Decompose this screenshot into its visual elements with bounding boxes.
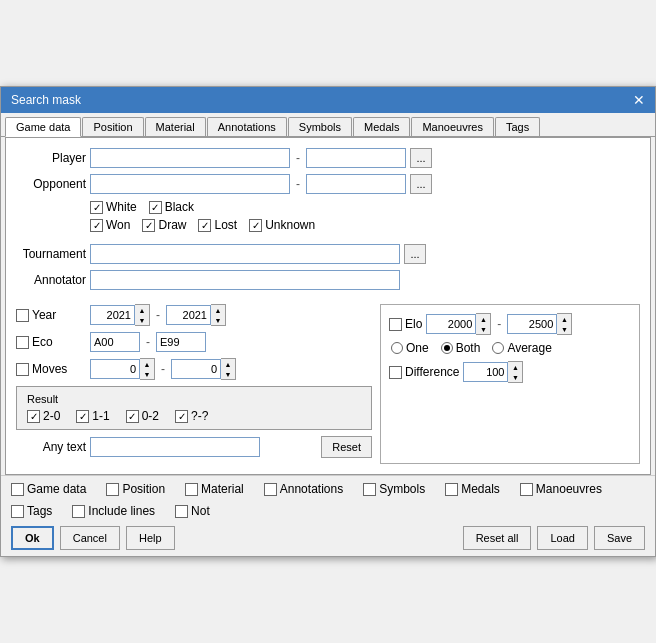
won-checkbox[interactable] <box>90 219 103 232</box>
white-checkbox-item[interactable]: White <box>90 200 137 214</box>
won-checkbox-item[interactable]: Won <box>90 218 130 232</box>
both-radio[interactable] <box>441 342 453 354</box>
black-checkbox-item[interactable]: Black <box>149 200 194 214</box>
elo-checkbox[interactable] <box>389 318 402 331</box>
moves-checkbox[interactable] <box>16 363 29 376</box>
elo-checkbox-item[interactable]: Elo <box>389 317 422 331</box>
tab-position[interactable]: Position <box>82 117 143 136</box>
moves-to-down-button[interactable]: ▼ <box>221 369 235 379</box>
year-from-down-button[interactable]: ▼ <box>135 315 149 325</box>
year-to-input[interactable] <box>166 305 211 325</box>
footer-annotations-item[interactable]: Annotations <box>264 482 343 496</box>
moves-to-input[interactable] <box>171 359 221 379</box>
difference-checkbox-item[interactable]: Difference <box>389 365 459 379</box>
eco-checkbox[interactable] <box>16 336 29 349</box>
player-dots-button[interactable]: ... <box>410 148 432 168</box>
any-text-input[interactable] <box>90 437 260 457</box>
footer-annotations-checkbox[interactable] <box>264 483 277 496</box>
difference-up-button[interactable]: ▲ <box>508 362 522 372</box>
tab-material[interactable]: Material <box>145 117 206 136</box>
result-0-2-checkbox[interactable] <box>126 410 139 423</box>
load-button[interactable]: Load <box>537 526 587 550</box>
footer-position-checkbox[interactable] <box>106 483 119 496</box>
year-checkbox-item[interactable]: Year <box>16 308 86 322</box>
footer-include-lines-item[interactable]: Include lines <box>72 504 155 518</box>
footer-material-checkbox[interactable] <box>185 483 198 496</box>
moves-from-down-button[interactable]: ▼ <box>140 369 154 379</box>
footer-not-checkbox[interactable] <box>175 505 188 518</box>
draw-checkbox[interactable] <box>142 219 155 232</box>
tab-annotations[interactable]: Annotations <box>207 117 287 136</box>
result-2-0-checkbox[interactable] <box>27 410 40 423</box>
result-1-1-item[interactable]: 1-1 <box>76 409 109 423</box>
elo-to-input[interactable] <box>507 314 557 334</box>
ok-button[interactable]: Ok <box>11 526 54 550</box>
year-from-input[interactable] <box>90 305 135 325</box>
elo-to-up-button[interactable]: ▲ <box>557 314 571 324</box>
average-radio-item[interactable]: Average <box>492 341 551 355</box>
average-radio[interactable] <box>492 342 504 354</box>
result-q-checkbox[interactable] <box>175 410 188 423</box>
footer-symbols-item[interactable]: Symbols <box>363 482 425 496</box>
tournament-input[interactable] <box>90 244 400 264</box>
year-checkbox[interactable] <box>16 309 29 322</box>
year-from-up-button[interactable]: ▲ <box>135 305 149 315</box>
cancel-button[interactable]: Cancel <box>60 526 120 550</box>
opponent-input-right[interactable] <box>306 174 406 194</box>
eco-checkbox-item[interactable]: Eco <box>16 335 86 349</box>
one-radio[interactable] <box>391 342 403 354</box>
result-0-2-item[interactable]: 0-2 <box>126 409 159 423</box>
result-q-item[interactable]: ?-? <box>175 409 208 423</box>
white-checkbox[interactable] <box>90 201 103 214</box>
both-radio-item[interactable]: Both <box>441 341 481 355</box>
reset-button[interactable]: Reset <box>321 436 372 458</box>
unknown-checkbox[interactable] <box>249 219 262 232</box>
footer-game-data-item[interactable]: Game data <box>11 482 86 496</box>
footer-symbols-checkbox[interactable] <box>363 483 376 496</box>
close-button[interactable]: ✕ <box>633 93 645 107</box>
moves-from-up-button[interactable]: ▲ <box>140 359 154 369</box>
tab-tags[interactable]: Tags <box>495 117 540 136</box>
footer-not-item[interactable]: Not <box>175 504 210 518</box>
unknown-checkbox-item[interactable]: Unknown <box>249 218 315 232</box>
opponent-input-left[interactable] <box>90 174 290 194</box>
footer-tags-item[interactable]: Tags <box>11 504 52 518</box>
difference-input[interactable] <box>463 362 508 382</box>
tab-game-data[interactable]: Game data <box>5 117 81 137</box>
footer-medals-checkbox[interactable] <box>445 483 458 496</box>
elo-to-down-button[interactable]: ▼ <box>557 324 571 334</box>
tournament-dots-button[interactable]: ... <box>404 244 426 264</box>
lost-checkbox[interactable] <box>198 219 211 232</box>
year-to-down-button[interactable]: ▼ <box>211 315 225 325</box>
footer-include-lines-checkbox[interactable] <box>72 505 85 518</box>
footer-game-data-checkbox[interactable] <box>11 483 24 496</box>
annotator-input[interactable] <box>90 270 400 290</box>
result-1-1-checkbox[interactable] <box>76 410 89 423</box>
help-button[interactable]: Help <box>126 526 175 550</box>
player-input-right[interactable] <box>306 148 406 168</box>
moves-from-input[interactable] <box>90 359 140 379</box>
tab-medals[interactable]: Medals <box>353 117 410 136</box>
result-2-0-item[interactable]: 2-0 <box>27 409 60 423</box>
difference-checkbox[interactable] <box>389 366 402 379</box>
difference-down-button[interactable]: ▼ <box>508 372 522 382</box>
footer-tags-checkbox[interactable] <box>11 505 24 518</box>
opponent-dots-button[interactable]: ... <box>410 174 432 194</box>
elo-from-up-button[interactable]: ▲ <box>476 314 490 324</box>
one-radio-item[interactable]: One <box>391 341 429 355</box>
tab-symbols[interactable]: Symbols <box>288 117 352 136</box>
eco-from-input[interactable] <box>90 332 140 352</box>
eco-to-input[interactable] <box>156 332 206 352</box>
save-button[interactable]: Save <box>594 526 645 550</box>
elo-from-down-button[interactable]: ▼ <box>476 324 490 334</box>
moves-to-up-button[interactable]: ▲ <box>221 359 235 369</box>
lost-checkbox-item[interactable]: Lost <box>198 218 237 232</box>
footer-manoeuvres-item[interactable]: Manoeuvres <box>520 482 602 496</box>
player-input-left[interactable] <box>90 148 290 168</box>
moves-checkbox-item[interactable]: Moves <box>16 362 86 376</box>
footer-position-item[interactable]: Position <box>106 482 165 496</box>
footer-material-item[interactable]: Material <box>185 482 244 496</box>
year-to-up-button[interactable]: ▲ <box>211 305 225 315</box>
reset-all-button[interactable]: Reset all <box>463 526 532 550</box>
footer-medals-item[interactable]: Medals <box>445 482 500 496</box>
